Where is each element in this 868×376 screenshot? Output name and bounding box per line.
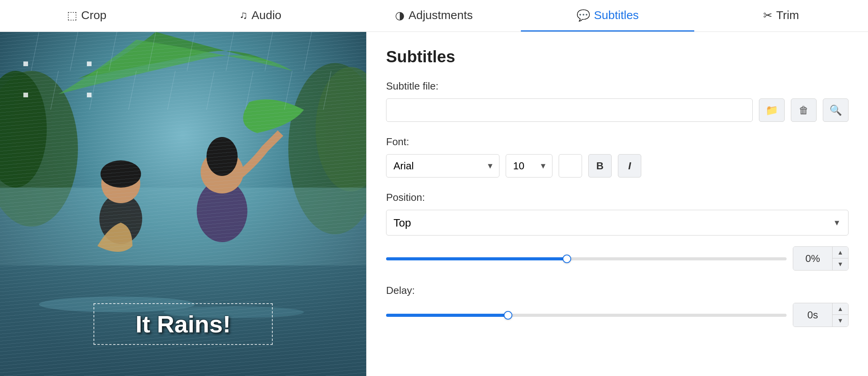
- font-size-wrapper: 8 10 12 14 16 18 24 36 ▼: [506, 154, 552, 177]
- font-size-select[interactable]: 8 10 12 14 16 18 24 36: [506, 154, 552, 177]
- subtitle-file-label: Subtitle file:: [386, 80, 849, 92]
- bold-button[interactable]: B: [588, 154, 612, 177]
- subtitle-overlay: It Rains!: [94, 303, 273, 345]
- trash-icon: 🗑: [799, 104, 809, 116]
- main-content: It Rains! Subtitles Subtitle file: 📁 🗑 🔍…: [0, 32, 868, 376]
- svg-rect-34: [23, 93, 28, 97]
- delay-value-display: 0s: [793, 303, 832, 327]
- svg-rect-32: [23, 61, 28, 66]
- position-value-spinner: 0% ▲ ▼: [793, 246, 849, 271]
- position-select[interactable]: Top Center Bottom: [386, 210, 849, 235]
- search-button[interactable]: 🔍: [823, 98, 849, 122]
- crop-icon: ⬚: [67, 9, 77, 22]
- tab-crop-label: Crop: [81, 9, 106, 22]
- delay-spinner-up[interactable]: ▲: [833, 303, 848, 315]
- delay-slider-container: [386, 311, 787, 318]
- position-slider-container: [386, 255, 787, 262]
- position-select-wrapper: Top Center Bottom ▼: [386, 210, 849, 235]
- open-file-button[interactable]: 📁: [759, 98, 785, 122]
- font-label: Font:: [386, 136, 849, 148]
- position-spinner-arrows: ▲ ▼: [832, 247, 848, 270]
- svg-rect-33: [87, 61, 92, 66]
- video-background: It Rains!: [0, 32, 366, 376]
- tab-crop[interactable]: ⬚ Crop: [0, 0, 174, 32]
- tab-subtitles[interactable]: 💬 Subtitles: [521, 0, 695, 32]
- delete-file-button[interactable]: 🗑: [791, 98, 817, 122]
- audio-icon: ♫: [240, 9, 248, 21]
- svg-point-11: [101, 160, 141, 188]
- position-slider[interactable]: [386, 257, 787, 260]
- position-spinner-up[interactable]: ▲: [833, 247, 848, 258]
- panel-title: Subtitles: [386, 47, 849, 66]
- italic-button[interactable]: I: [618, 154, 641, 177]
- position-slider-row: 0% ▲ ▼: [386, 246, 849, 271]
- tab-bar: ⬚ Crop ♫ Audio ◑ Adjustments 💬 Subtitles…: [0, 0, 868, 32]
- tab-subtitles-label: Subtitles: [594, 9, 639, 22]
- adjustments-icon: ◑: [395, 9, 404, 22]
- delay-value-spinner: 0s ▲ ▼: [793, 303, 849, 327]
- tab-trim[interactable]: ✂ Trim: [694, 0, 868, 32]
- subtitle-text: It Rains!: [136, 311, 231, 337]
- tab-adjustments[interactable]: ◑ Adjustments: [347, 0, 521, 32]
- delay-label: Delay:: [386, 285, 849, 297]
- folder-icon: 📁: [766, 104, 778, 116]
- svg-rect-35: [87, 93, 92, 97]
- position-value-display: 0%: [793, 247, 832, 270]
- delay-slider-row: 0s ▲ ▼: [386, 303, 849, 327]
- video-area: It Rains!: [0, 32, 366, 376]
- delay-spinner-down[interactable]: ▼: [833, 315, 848, 327]
- subtitle-file-row: 📁 🗑 🔍: [386, 98, 849, 122]
- font-family-select[interactable]: Arial Times New Roman Helvetica Georgia: [386, 154, 499, 177]
- subtitle-file-input[interactable]: [386, 98, 753, 122]
- tab-trim-label: Trim: [776, 9, 799, 22]
- tab-audio[interactable]: ♫ Audio: [174, 0, 348, 32]
- delay-spinner-arrows: ▲ ▼: [832, 303, 848, 327]
- position-spinner-down[interactable]: ▼: [833, 258, 848, 270]
- right-panel: Subtitles Subtitle file: 📁 🗑 🔍 Font: Ari…: [366, 32, 868, 376]
- trim-icon: ✂: [763, 9, 772, 22]
- search-icon: 🔍: [829, 104, 842, 116]
- tab-audio-label: Audio: [252, 9, 282, 22]
- svg-point-15: [216, 139, 232, 155]
- font-family-wrapper: Arial Times New Roman Helvetica Georgia …: [386, 154, 499, 177]
- font-color-swatch[interactable]: [559, 154, 582, 177]
- subtitles-icon: 💬: [577, 9, 590, 22]
- font-row: Arial Times New Roman Helvetica Georgia …: [386, 154, 849, 177]
- tab-adjustments-label: Adjustments: [408, 9, 473, 22]
- svg-rect-5: [0, 188, 366, 265]
- delay-slider[interactable]: [386, 314, 787, 317]
- position-label: Position:: [386, 192, 849, 204]
